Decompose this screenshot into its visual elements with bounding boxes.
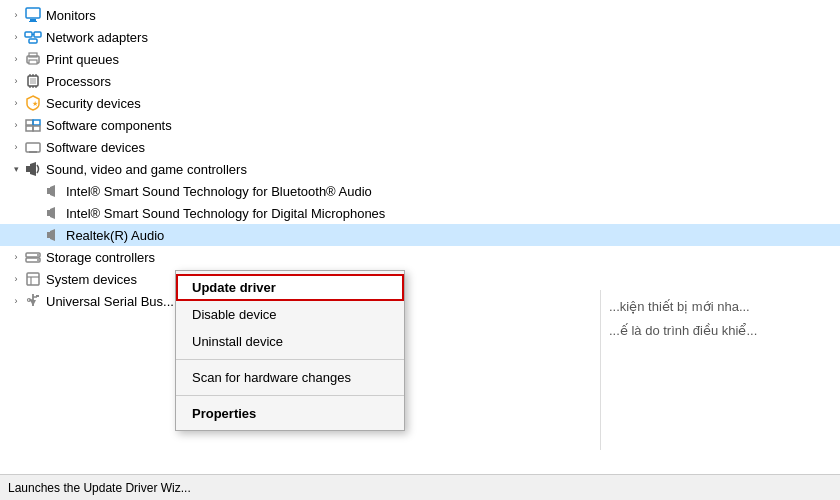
tree-item-monitors[interactable]: Monitors (0, 4, 840, 26)
context-menu: Update driverDisable deviceUninstall dev… (175, 270, 405, 431)
svg-rect-8 (29, 53, 37, 57)
tree-label-storage: Storage controllers (46, 250, 155, 265)
print-icon (24, 50, 42, 68)
processor-icon (24, 72, 42, 90)
svg-point-32 (37, 259, 39, 261)
svg-text:★: ★ (32, 100, 38, 107)
svg-rect-11 (30, 78, 36, 84)
svg-rect-2 (29, 21, 37, 22)
tree-item-software-devices[interactable]: Software devices (0, 136, 840, 158)
usb-icon (24, 292, 42, 310)
network-icon (24, 28, 42, 46)
tree-label-print: Print queues (46, 52, 119, 67)
svg-rect-19 (26, 120, 33, 125)
right-panel: ...kiện thiết bị mới nha......ế là do tr… (600, 290, 840, 450)
right-panel-text: ...kiện thiết bị mới nha... (609, 298, 832, 316)
menu-separator (176, 395, 404, 396)
tree-label-software-components: Software components (46, 118, 172, 133)
expand-arrow-sound[interactable] (8, 161, 24, 177)
expand-arrow-usb[interactable] (8, 293, 24, 309)
tree-item-realtek[interactable]: Realtek(R) Audio (0, 224, 840, 246)
tree-label-realtek: Realtek(R) Audio (66, 228, 164, 243)
tree-item-intel1[interactable]: Intel® Smart Sound Technology for Blueto… (0, 180, 840, 202)
svg-rect-6 (29, 39, 37, 43)
expand-arrow-system[interactable] (8, 271, 24, 287)
storage-icon (24, 248, 42, 266)
status-text: Launches the Update Driver Wiz... (8, 481, 191, 495)
svg-rect-25 (26, 166, 30, 172)
svg-rect-3 (25, 32, 32, 37)
svg-rect-0 (26, 8, 40, 18)
svg-rect-23 (26, 143, 40, 152)
audio-icon (44, 204, 62, 222)
tree-item-software-components[interactable]: Software components (0, 114, 840, 136)
tree-label-sound: Sound, video and game controllers (46, 162, 247, 177)
tree-item-security[interactable]: ★Security devices (0, 92, 840, 114)
svg-rect-4 (34, 32, 41, 37)
softwaredev-icon (24, 138, 42, 156)
svg-rect-27 (47, 210, 50, 216)
tree-label-processors: Processors (46, 74, 111, 89)
tree-label-intel2: Intel® Smart Sound Technology for Digita… (66, 206, 385, 221)
tree-label-software-devices: Software devices (46, 140, 145, 155)
svg-point-31 (37, 254, 39, 256)
svg-rect-26 (47, 188, 50, 194)
audio-icon (44, 226, 62, 244)
device-manager-window: MonitorsNetwork adaptersPrint queuesProc… (0, 0, 840, 500)
tree-label-usb: Universal Serial Bus... (46, 294, 174, 309)
expand-arrow-network[interactable] (8, 29, 24, 45)
tree-item-network[interactable]: Network adapters (0, 26, 840, 48)
tree-label-intel1: Intel® Smart Sound Technology for Blueto… (66, 184, 372, 199)
menu-item-scan-hardware[interactable]: Scan for hardware changes (176, 364, 404, 391)
svg-rect-1 (30, 19, 36, 21)
svg-rect-28 (47, 232, 50, 238)
tree-item-storage[interactable]: Storage controllers (0, 246, 840, 268)
sound-icon (24, 160, 42, 178)
security-icon: ★ (24, 94, 42, 112)
svg-rect-22 (33, 126, 40, 131)
status-bar: Launches the Update Driver Wiz... (0, 474, 840, 500)
tree-item-sound[interactable]: Sound, video and game controllers (0, 158, 840, 180)
menu-item-properties[interactable]: Properties (176, 400, 404, 427)
menu-separator (176, 359, 404, 360)
expand-arrow-software-components[interactable] (8, 117, 24, 133)
expand-arrow-software-devices[interactable] (8, 139, 24, 155)
expand-arrow-print[interactable] (8, 51, 24, 67)
expand-arrow-storage[interactable] (8, 249, 24, 265)
right-panel-text: ...ế là do trình điều khiể... (609, 322, 832, 340)
tree-item-system[interactable]: System devices (0, 268, 840, 290)
menu-item-uninstall-device[interactable]: Uninstall device (176, 328, 404, 355)
svg-rect-9 (29, 60, 37, 64)
menu-item-disable-device[interactable]: Disable device (176, 301, 404, 328)
svg-rect-33 (27, 273, 39, 285)
expand-arrow-processors[interactable] (8, 73, 24, 89)
svg-rect-24 (29, 151, 37, 153)
menu-item-update-driver[interactable]: Update driver (176, 274, 404, 301)
tree-label-network: Network adapters (46, 30, 148, 45)
svg-rect-38 (36, 295, 39, 297)
expand-arrow-monitors[interactable] (8, 7, 24, 23)
tree-label-security: Security devices (46, 96, 141, 111)
tree-label-monitors: Monitors (46, 8, 96, 23)
monitor-icon (24, 6, 42, 24)
tree-item-intel2[interactable]: Intel® Smart Sound Technology for Digita… (0, 202, 840, 224)
svg-rect-20 (33, 120, 40, 125)
audio-icon (44, 182, 62, 200)
tree-label-system: System devices (46, 272, 137, 287)
svg-rect-21 (26, 126, 33, 131)
softwarecomp-icon (24, 116, 42, 134)
system-icon (24, 270, 42, 288)
expand-arrow-security[interactable] (8, 95, 24, 111)
tree-item-print[interactable]: Print queues (0, 48, 840, 70)
context-menu-overlay: Update driverDisable deviceUninstall dev… (175, 270, 405, 431)
tree-item-processors[interactable]: Processors (0, 70, 840, 92)
